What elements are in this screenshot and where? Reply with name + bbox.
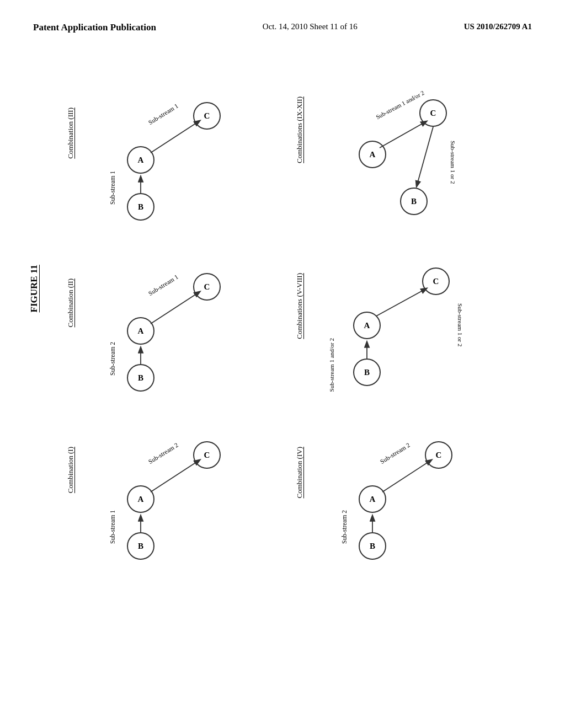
header-center: Oct. 14, 2010 Sheet 11 of 16 <box>263 22 358 31</box>
header-right: US 2010/262709 A1 <box>464 22 532 31</box>
svg-line-2 <box>380 121 427 148</box>
svg-line-8 <box>151 460 200 492</box>
stream-label-right-mr: Sub-stream 1 or 2 <box>457 303 463 347</box>
diagram-bot-left: Combination (I) A C B Sub-stream 2 Sub-s… <box>61 425 237 579</box>
arrow-ac-tl <box>61 85 237 240</box>
svg-line-6 <box>376 288 427 316</box>
svg-line-4 <box>151 292 200 324</box>
diagram-mid-right: Combinations (V-VIII) A C B Sub-stream 1… <box>292 256 502 411</box>
svg-line-0 <box>151 121 200 153</box>
stream-label-bot-mr: Sub-stream 1 and/or 2 <box>328 338 335 392</box>
arrow-bl <box>61 425 237 579</box>
diagram-mid-left: Combination (II) A C B Sub-stream 1 Sub-… <box>61 256 237 411</box>
stream-label-right-tr: Sub-stream 1 or 2 <box>450 141 456 184</box>
page-header: Patent Application Publication Oct. 14, … <box>0 0 565 44</box>
svg-line-10 <box>382 460 431 492</box>
arrow-mr <box>292 256 502 411</box>
svg-line-3 <box>417 127 433 186</box>
arrow-ml <box>61 256 237 411</box>
stream-label-bot-br: Sub-stream 2 <box>341 510 348 544</box>
figure-label: FIGURE 11 <box>29 265 40 312</box>
stream-label-bot-ml: Sub-stream 2 <box>109 342 116 376</box>
header-left: Patent Application Publication <box>33 22 156 33</box>
diagram-bot-right: Combination (IV) A C B Sub-stream 2 Sub-… <box>292 425 502 579</box>
stream-label-bot-tl: Sub-stream 1 <box>109 171 116 205</box>
stream-label-bot-bl: Sub-stream 1 <box>109 510 116 544</box>
diagram-top-left: Combination (III) A C B Sub-stream 1 Sub… <box>61 85 237 240</box>
diagram-top-right: Combinations (IX-XII) A C B Sub-stream 1… <box>292 85 502 240</box>
